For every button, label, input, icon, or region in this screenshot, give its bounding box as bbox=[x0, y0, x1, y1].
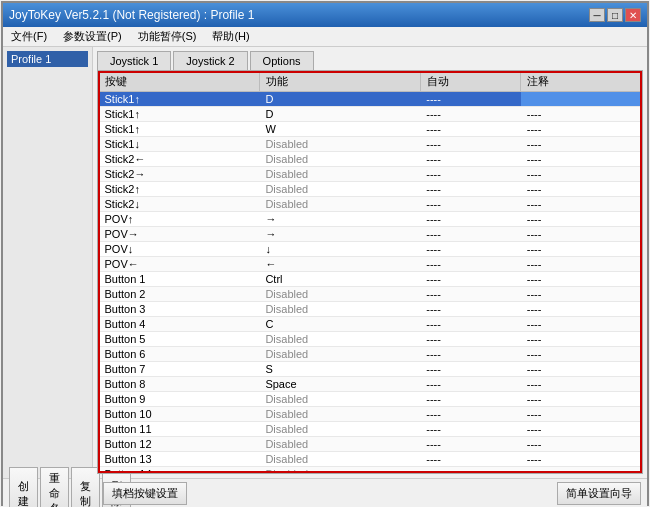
cell-func: ↓ bbox=[259, 242, 420, 257]
table-row[interactable]: Button 12Disabled-------- bbox=[99, 437, 642, 452]
fill-button[interactable]: 填档按键设置 bbox=[103, 482, 187, 505]
cell-note: ---- bbox=[521, 182, 642, 197]
table-row[interactable]: Stick2←Disabled-------- bbox=[99, 152, 642, 167]
table-row[interactable]: Stick2↓Disabled-------- bbox=[99, 197, 642, 212]
minimize-button[interactable]: ─ bbox=[589, 8, 605, 22]
cell-button: Stick2← bbox=[99, 152, 260, 167]
table-row[interactable]: POV↑→-------- bbox=[99, 212, 642, 227]
menu-pause[interactable]: 功能暂停(S) bbox=[134, 28, 201, 45]
table-row[interactable]: Button 14Disabled-------- bbox=[99, 467, 642, 475]
cell-auto: ---- bbox=[420, 227, 521, 242]
cell-button: Stick1↑ bbox=[99, 122, 260, 137]
tab-joystick1[interactable]: Joystick 1 bbox=[97, 51, 171, 70]
table-row[interactable]: Button 7S-------- bbox=[99, 362, 642, 377]
sidebar-item-profile1[interactable]: Profile 1 bbox=[7, 51, 88, 67]
cell-button: Button 7 bbox=[99, 362, 260, 377]
cell-func: Space bbox=[259, 377, 420, 392]
cell-note: ---- bbox=[521, 107, 642, 122]
table-row[interactable]: Button 8Space-------- bbox=[99, 377, 642, 392]
table-row[interactable]: POV←←-------- bbox=[99, 257, 642, 272]
rename-button[interactable]: 重命名 bbox=[40, 467, 69, 507]
cell-button: POV↓ bbox=[99, 242, 260, 257]
right-panel: Joystick 1 Joystick 2 Options 按键 功能 自动 注… bbox=[93, 47, 647, 478]
cell-button: Button 12 bbox=[99, 437, 260, 452]
cell-auto: ---- bbox=[420, 452, 521, 467]
table-row[interactable]: Stick1↑D---- bbox=[99, 92, 642, 107]
menu-bar: 文件(F) 参数设置(P) 功能暂停(S) 帮助(H) bbox=[3, 27, 647, 47]
table-row[interactable]: Stick2→Disabled-------- bbox=[99, 167, 642, 182]
cell-func: Disabled bbox=[259, 437, 420, 452]
cell-func: D bbox=[259, 92, 420, 107]
table-row[interactable]: Stick1↓Disabled-------- bbox=[99, 137, 642, 152]
cell-note: ---- bbox=[521, 197, 642, 212]
cell-button: Button 9 bbox=[99, 392, 260, 407]
maximize-button[interactable]: □ bbox=[607, 8, 623, 22]
cell-func: Disabled bbox=[259, 302, 420, 317]
cell-note: ---- bbox=[521, 317, 642, 332]
cell-func: Disabled bbox=[259, 197, 420, 212]
table-row[interactable]: Stick2↑Disabled-------- bbox=[99, 182, 642, 197]
create-button[interactable]: 创建 bbox=[9, 467, 38, 507]
col-header-func: 功能 bbox=[259, 72, 420, 92]
tab-options[interactable]: Options bbox=[250, 51, 314, 70]
tab-joystick2[interactable]: Joystick 2 bbox=[173, 51, 247, 70]
cell-button: Button 13 bbox=[99, 452, 260, 467]
table-row[interactable]: Button 1Ctrl-------- bbox=[99, 272, 642, 287]
cell-note: ---- bbox=[521, 347, 642, 362]
cell-auto: ---- bbox=[420, 302, 521, 317]
table-row[interactable]: Button 3Disabled-------- bbox=[99, 302, 642, 317]
cell-button: Button 3 bbox=[99, 302, 260, 317]
cell-func: → bbox=[259, 212, 420, 227]
close-button[interactable]: ✕ bbox=[625, 8, 641, 22]
cell-func: Disabled bbox=[259, 347, 420, 362]
col-header-auto: 自动 bbox=[420, 72, 521, 92]
table-row[interactable]: Button 5Disabled-------- bbox=[99, 332, 642, 347]
cell-button: POV↑ bbox=[99, 212, 260, 227]
cell-note: ---- bbox=[521, 422, 642, 437]
table-row[interactable]: Stick1↑D-------- bbox=[99, 107, 642, 122]
cell-func: Disabled bbox=[259, 167, 420, 182]
cell-func: Disabled bbox=[259, 287, 420, 302]
menu-help[interactable]: 帮助(H) bbox=[208, 28, 253, 45]
cell-func: C bbox=[259, 317, 420, 332]
table-row[interactable]: POV↓↓-------- bbox=[99, 242, 642, 257]
wizard-button[interactable]: 简单设置向导 bbox=[557, 482, 641, 505]
cell-func: S bbox=[259, 362, 420, 377]
table-row[interactable]: Button 6Disabled-------- bbox=[99, 347, 642, 362]
cell-auto: ---- bbox=[420, 137, 521, 152]
table-row[interactable]: Button 9Disabled-------- bbox=[99, 392, 642, 407]
cell-auto: ---- bbox=[420, 422, 521, 437]
title-bar-buttons: ─ □ ✕ bbox=[589, 8, 641, 22]
button-table: 按键 功能 自动 注释 Stick1↑D----Stick1↑D--------… bbox=[98, 71, 642, 474]
cell-auto: ---- bbox=[420, 347, 521, 362]
cell-button: Button 8 bbox=[99, 377, 260, 392]
cell-button: Stick2→ bbox=[99, 167, 260, 182]
table-row[interactable]: Button 13Disabled-------- bbox=[99, 452, 642, 467]
table-row[interactable]: Button 4C-------- bbox=[99, 317, 642, 332]
cell-note: ---- bbox=[521, 227, 642, 242]
sidebar: Profile 1 bbox=[3, 47, 93, 478]
table-row[interactable]: POV→→-------- bbox=[99, 227, 642, 242]
bottom-bar: 创建 重命名 复制 删除 填档按键设置 简单设置向导 bbox=[3, 478, 647, 507]
cell-button: Button 10 bbox=[99, 407, 260, 422]
cell-auto: ---- bbox=[420, 362, 521, 377]
sidebar-bottom-buttons: 创建 重命名 复制 删除 bbox=[7, 467, 97, 507]
cell-button: POV→ bbox=[99, 227, 260, 242]
menu-settings[interactable]: 参数设置(P) bbox=[59, 28, 126, 45]
copy-button[interactable]: 复制 bbox=[71, 467, 100, 507]
table-row[interactable]: Button 11Disabled-------- bbox=[99, 422, 642, 437]
menu-file[interactable]: 文件(F) bbox=[7, 28, 51, 45]
cell-auto: ---- bbox=[420, 377, 521, 392]
bottom-action-buttons: 填档按键设置 简单设置向导 bbox=[101, 482, 643, 505]
table-row[interactable]: Button 10Disabled-------- bbox=[99, 407, 642, 422]
table-row[interactable]: Stick1↑W-------- bbox=[99, 122, 642, 137]
cell-func: Disabled bbox=[259, 422, 420, 437]
cell-button: Stick1↓ bbox=[99, 137, 260, 152]
cell-note: ---- bbox=[521, 242, 642, 257]
window-title: JoyToKey Ver5.2.1 (Not Registered) : Pro… bbox=[9, 8, 254, 22]
table-row[interactable]: Button 2Disabled-------- bbox=[99, 287, 642, 302]
cell-button: Button 6 bbox=[99, 347, 260, 362]
cell-note: ---- bbox=[521, 362, 642, 377]
button-table-container[interactable]: 按键 功能 自动 注释 Stick1↑D----Stick1↑D--------… bbox=[97, 70, 643, 474]
cell-note: ---- bbox=[521, 272, 642, 287]
